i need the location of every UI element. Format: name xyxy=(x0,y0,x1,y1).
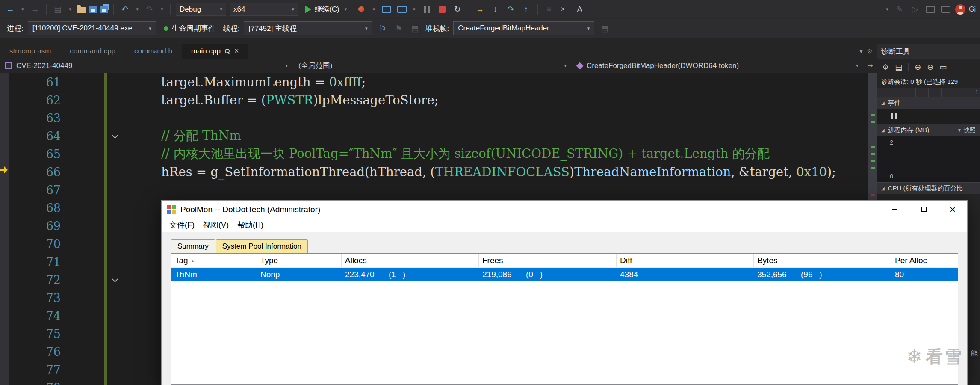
close-icon[interactable]: × xyxy=(234,47,239,56)
step-over-icon[interactable]: ↷ xyxy=(505,3,517,16)
editor-line-64[interactable]: 64 // 分配 ThNm xyxy=(0,127,877,145)
minimize-button[interactable] xyxy=(880,201,909,218)
poolmon-titlebar[interactable]: PoolMon -- DotDotTech (Administrator) × xyxy=(162,201,967,218)
scrollbar-thumb[interactable] xyxy=(868,73,877,214)
column-header-frees[interactable]: Frees xyxy=(479,254,617,267)
new-file-dropdown-icon[interactable]: ▾ xyxy=(67,3,73,16)
tab-command-cpp[interactable]: command.cpp xyxy=(60,44,125,59)
step-into-icon[interactable]: ↓ xyxy=(490,3,502,16)
tab-command-h[interactable]: command.h xyxy=(125,44,182,59)
account-label[interactable]: Gi xyxy=(969,6,976,13)
open-file-icon[interactable] xyxy=(77,7,86,13)
zoom-out-icon[interactable]: ⊖ xyxy=(927,62,933,72)
device-preview-icon-2[interactable] xyxy=(940,3,952,16)
stack-frame-combo[interactable]: CreateForgedBitMapHeader ▾ xyxy=(453,21,594,35)
hot-reload-dropdown-icon[interactable]: ▾ xyxy=(371,3,377,16)
feedback-icon[interactable]: ✎ xyxy=(894,3,906,16)
undo-icon[interactable]: ↶ xyxy=(119,3,131,16)
editor-line-67[interactable]: 67 xyxy=(0,181,877,199)
command-window-icon[interactable]: >_ xyxy=(558,3,570,16)
navigate-forward-icon[interactable]: → xyxy=(29,3,41,16)
save-icon[interactable] xyxy=(89,6,97,13)
column-header-tag[interactable]: Tag ▴ xyxy=(171,254,257,267)
menu-file[interactable]: 文件(F) xyxy=(165,220,199,230)
solution-configuration-combo[interactable]: Debug ▾ xyxy=(176,3,226,16)
navigate-back-icon[interactable]: ← xyxy=(4,3,16,16)
save-all-icon[interactable] xyxy=(100,6,108,13)
timeline-ruler[interactable]: 1 xyxy=(877,88,980,97)
restart-icon[interactable]: ↻ xyxy=(452,3,463,16)
toolbar-overflow-icon[interactable]: ▾ xyxy=(884,3,890,16)
redo-icon[interactable]: ↷ xyxy=(144,3,156,16)
memory-section-header[interactable]: ◢ 进程内存 (MB) ▼ 快照 xyxy=(877,124,980,136)
show-threads-in-source-icon[interactable]: ▤ xyxy=(409,22,421,35)
redo-dropdown-icon[interactable]: ▾ xyxy=(159,3,165,16)
editor-line-62[interactable]: 62 target.Buffer = (PWSTR)lpMessageToSto… xyxy=(0,91,877,109)
column-header-type[interactable]: Type xyxy=(257,254,342,267)
collapse-region-icon[interactable] xyxy=(112,277,118,283)
project-dropdown[interactable]: CVE-2021-40449 ▾ xyxy=(0,59,293,73)
lifecycle-events-button[interactable]: 生命周期事件 xyxy=(160,21,219,35)
maximize-button[interactable] xyxy=(909,201,938,218)
tab-main-cpp[interactable]: main.cpp × xyxy=(182,44,248,59)
memory-chart[interactable]: 2 0 xyxy=(877,136,980,182)
text-tool-icon[interactable]: A xyxy=(574,3,586,16)
cpu-section-header[interactable]: ◢ CPU (所有处理器的百分比 xyxy=(877,182,980,194)
reset-view-icon[interactable]: ▭ xyxy=(939,62,947,72)
thread-combo[interactable]: [77452] 主线程 ▾ xyxy=(244,21,372,35)
editor-line-63[interactable]: 63 xyxy=(0,109,877,127)
pin-icon[interactable] xyxy=(225,49,230,54)
send-feedback-icon[interactable]: ▷ xyxy=(909,3,921,16)
solution-platform-combo[interactable]: x64 ▾ xyxy=(230,3,298,16)
process-combo[interactable]: [110200] CVE-2021-40449.exe ▾ xyxy=(28,21,156,35)
export-icon[interactable]: ▤ xyxy=(895,62,902,72)
flagged-threads-icon[interactable]: ⚑ xyxy=(393,22,404,35)
output-window-icon[interactable]: ≡ xyxy=(543,3,555,16)
tab-system-pool-information[interactable]: System Pool Information xyxy=(216,239,308,253)
line-number: 73 xyxy=(9,291,61,305)
device-preview-icon[interactable] xyxy=(924,3,936,16)
allocs-rate: (1 ) xyxy=(389,270,405,279)
column-header-per-alloc[interactable]: Per Alloc xyxy=(891,254,958,267)
snapshot-button[interactable]: ▼ 快照 xyxy=(957,127,976,134)
undo-dropdown-icon[interactable]: ▾ xyxy=(134,3,140,16)
pool-row-thnm[interactable]: ThNm Nonp 223,470 (1 ) 219,086 (0 ) 4384… xyxy=(171,268,958,281)
split-window-icon[interactable]: ↦ xyxy=(864,59,877,73)
account-avatar[interactable] xyxy=(955,4,965,15)
settings-gear-icon[interactable]: ⚙ xyxy=(882,62,889,72)
member-dropdown[interactable]: CreateForgedBitMapHeader(DWORD64 token) … xyxy=(572,59,864,73)
editor-line-61[interactable]: 61 target.MaximumLength = 0xffff; xyxy=(0,73,877,91)
scope-dropdown[interactable]: (全局范围) ▾ xyxy=(293,59,572,73)
column-header-diff[interactable]: Diff xyxy=(617,254,754,267)
navigate-back-dropdown-icon[interactable]: ▾ xyxy=(20,3,26,16)
continue-dropdown-icon[interactable]: ▾ xyxy=(343,3,349,16)
step-out-icon[interactable]: ↑ xyxy=(520,3,532,16)
menu-view[interactable]: 视图(V) xyxy=(199,220,233,230)
editor-line-65[interactable]: 65 // 内核大池里出现一块 PoolTag=″ThNm″ 且大小为 size… xyxy=(0,145,877,163)
tab-strncmp-asm[interactable]: strncmp.asm xyxy=(0,44,60,59)
hot-reload-icon[interactable] xyxy=(356,3,368,16)
tab-settings-gear-icon[interactable]: ⚙ xyxy=(867,48,872,55)
new-file-icon[interactable]: ▤ xyxy=(52,3,64,16)
stack-frame-options-icon[interactable]: ▤ xyxy=(599,22,611,35)
column-header-bytes[interactable]: Bytes xyxy=(754,254,891,267)
debug-target-dropdown-icon[interactable]: ▾ xyxy=(411,3,417,16)
stop-debugging-icon[interactable] xyxy=(436,3,448,16)
document-list-icon[interactable]: ▾ xyxy=(859,48,862,55)
close-button[interactable]: × xyxy=(938,201,967,218)
debug-target-window-icon[interactable] xyxy=(396,3,408,16)
collapse-region-icon[interactable] xyxy=(112,133,118,139)
column-header-allocs[interactable]: Allocs xyxy=(342,254,479,267)
white-flag-icon[interactable]: ⚐ xyxy=(376,22,388,35)
continue-button[interactable]: 继续(C) ▾ xyxy=(301,3,352,16)
tab-summary[interactable]: Summary xyxy=(171,239,215,253)
apply-code-changes-icon[interactable] xyxy=(381,3,393,16)
zoom-in-icon[interactable]: ⊕ xyxy=(915,62,921,72)
menu-help[interactable]: 帮助(H) xyxy=(233,220,268,230)
editor-line-66[interactable]: 66 hRes = g_SetInformationThread(hThread… xyxy=(0,163,877,181)
pool-table-empty-area[interactable] xyxy=(171,281,958,384)
show-next-statement-icon[interactable]: → xyxy=(474,3,486,16)
break-all-icon[interactable] xyxy=(421,3,433,16)
events-section-header[interactable]: ◢ 事件 xyxy=(877,97,980,109)
events-timeline[interactable] xyxy=(877,109,980,124)
